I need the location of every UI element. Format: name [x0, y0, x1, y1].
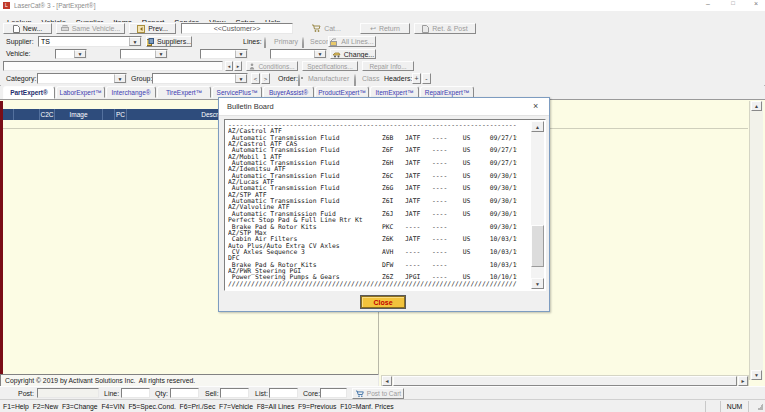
chevron-down-icon[interactable]: ▼ — [235, 50, 247, 58]
sell-field[interactable] — [220, 388, 249, 398]
status-bar: F1=Help F2=New F3=Change F4=VIN F5=Spec.… — [0, 399, 765, 412]
hscroll-thumb[interactable] — [393, 376, 737, 386]
prev-button[interactable]: Prev... — [129, 23, 176, 34]
group-next-button[interactable]: > — [261, 73, 270, 84]
bulletin-close-button[interactable]: Close — [361, 296, 405, 308]
grid-header-image[interactable]: Image — [55, 109, 103, 120]
vehicle-year-combobox[interactable]: ▼ — [55, 49, 87, 59]
post-to-cart-label: Post to Cart — [367, 390, 401, 397]
group-combobox[interactable]: ▼ — [152, 73, 248, 84]
minimize-button[interactable]: – — [698, 0, 718, 11]
scroll-right-button[interactable]: ► — [738, 376, 748, 386]
tab-label: TireExpert™ — [166, 89, 202, 96]
core-field[interactable] — [320, 388, 347, 398]
grid-header-cell[interactable] — [3, 109, 14, 120]
vehicle-description-field[interactable] — [3, 61, 223, 71]
specifications-button[interactable]: Specifications... — [302, 61, 358, 71]
same-vehicle-button[interactable]: Same Vehicle... — [56, 23, 125, 34]
group-value — [153, 74, 235, 83]
chevron-down-icon[interactable]: ▼ — [114, 74, 126, 83]
supplier-row: Supplier: TS ▼ Suppliers... Lines: Prima… — [0, 35, 765, 48]
spin-right-icon: ▸ — [237, 63, 240, 69]
minus-icon: - — [425, 75, 427, 82]
tab-interchange[interactable]: Interchange® — [106, 86, 156, 98]
change-vehicle-icon — [332, 51, 341, 58]
tab-label: PartExpert® — [10, 89, 48, 96]
return-button[interactable]: ↩ Return — [360, 23, 410, 34]
scroll-up-button[interactable]: ▲ — [751, 101, 762, 111]
status-cell-divider — [705, 401, 706, 412]
app-window: L LaserCat® 3 - [PartExpert®] – □ × Look… — [0, 0, 765, 412]
chevron-down-icon[interactable]: ▼ — [74, 50, 86, 58]
conditions-person-icon — [249, 63, 255, 70]
headers-plus-button[interactable]: + — [412, 73, 421, 84]
post-to-cart-button[interactable]: Post to Cart — [352, 388, 404, 399]
spin-left-icon: ◂ — [228, 63, 231, 69]
dialog-title-bar[interactable]: Bulletin Board × — [219, 98, 549, 116]
vehicle-spin-left-button[interactable]: ◂ — [225, 61, 233, 71]
list-field[interactable] — [269, 388, 298, 398]
new-button[interactable]: New... — [3, 23, 52, 34]
cat-button-label: Cat... — [324, 25, 341, 32]
dialog-close-icon[interactable]: × — [533, 101, 538, 111]
scroll-down-button[interactable]: ▼ — [531, 278, 544, 289]
line-field[interactable] — [121, 388, 150, 398]
category-row: Category: ▼ Group: ▼ < > Order: Manufact… — [0, 72, 765, 85]
vehicle-spin-right-button[interactable]: ▸ — [234, 61, 242, 71]
arrow-right-icon: ► — [741, 378, 746, 384]
vehicle-model-combobox[interactable]: ▼ — [200, 49, 248, 59]
change-vehicle-button[interactable]: Change... — [330, 49, 376, 59]
sell-label: Sell: — [205, 390, 219, 397]
suppliers-button[interactable]: Suppliers... — [146, 36, 192, 47]
qty-field[interactable] — [170, 388, 199, 398]
arrow-left-icon: ◄ — [385, 378, 390, 384]
scroll-left-button[interactable]: ◄ — [382, 376, 392, 386]
prev-icon — [137, 25, 145, 33]
grid-vscrollbar[interactable]: ▲ ▼ — [749, 101, 763, 380]
repair-info-button[interactable]: Repair Info... — [362, 61, 414, 71]
maximize-button[interactable]: □ — [723, 0, 743, 11]
grid-header-cell[interactable] — [103, 109, 115, 120]
ret-and-post-button[interactable]: Ret. & Post — [414, 23, 476, 34]
grid-header-pc[interactable]: PC — [115, 109, 127, 120]
conditions-button[interactable]: Conditions... — [246, 61, 298, 71]
headers-minus-button[interactable]: - — [422, 73, 431, 84]
vehicle-engine-combobox[interactable]: ▼ — [270, 49, 327, 59]
post-field[interactable] — [37, 388, 99, 398]
category-combobox[interactable]: ▼ — [37, 73, 127, 84]
return-button-label: Return — [379, 25, 400, 32]
chevron-down-icon[interactable]: ▼ — [129, 37, 141, 46]
order-class-label: Class — [362, 75, 380, 82]
post-to-cart-icon — [355, 390, 364, 398]
vehicle-make-combobox[interactable]: ▼ — [120, 49, 168, 59]
left-accent-strip — [0, 101, 3, 374]
cat-button[interactable]: Cat... — [297, 23, 355, 34]
supplier-combobox[interactable]: TS ▼ — [38, 36, 142, 47]
vehicle-engine-value — [271, 50, 314, 58]
bulletin-vscrollbar[interactable]: ▲ ▼ — [531, 121, 544, 289]
scroll-down-button[interactable]: ▼ — [751, 370, 762, 380]
vscroll-thumb[interactable] — [531, 225, 544, 267]
tab-tireexpert[interactable]: TireExpert™ — [157, 86, 211, 98]
close-button[interactable]: × — [748, 0, 764, 11]
tab-label: ServicePlus™ — [217, 89, 258, 96]
all-lines-button[interactable]: All Lines... — [328, 36, 376, 47]
core-label: Core: — [303, 390, 320, 397]
order-manufacturer-label: Manufacturer — [308, 75, 349, 82]
resize-grip[interactable] — [757, 404, 763, 410]
group-prev-button[interactable]: < — [251, 73, 260, 84]
scroll-up-button[interactable]: ▲ — [531, 121, 544, 132]
grid-header-cell[interactable] — [14, 109, 40, 120]
return-arrow-icon: ↩ — [370, 25, 376, 33]
lines-primary-label: Primary — [274, 38, 298, 45]
tab-laborexpert[interactable]: LaborExpert™ — [56, 86, 105, 98]
customer-box[interactable]: <<Customer>> — [181, 23, 293, 34]
chevron-down-icon[interactable]: ▼ — [155, 50, 167, 58]
grid-header-c2c[interactable]: C2C — [40, 109, 55, 120]
toolbar-main: New... Same Vehicle... Prev... <<Custome… — [0, 22, 765, 35]
chevron-down-icon[interactable]: ▼ — [314, 50, 326, 58]
arrow-down-icon: ▼ — [754, 372, 759, 378]
all-lines-icon — [330, 38, 338, 46]
chevron-down-icon[interactable]: ▼ — [235, 74, 247, 83]
tab-partexpert[interactable]: PartExpert® — [3, 86, 55, 99]
